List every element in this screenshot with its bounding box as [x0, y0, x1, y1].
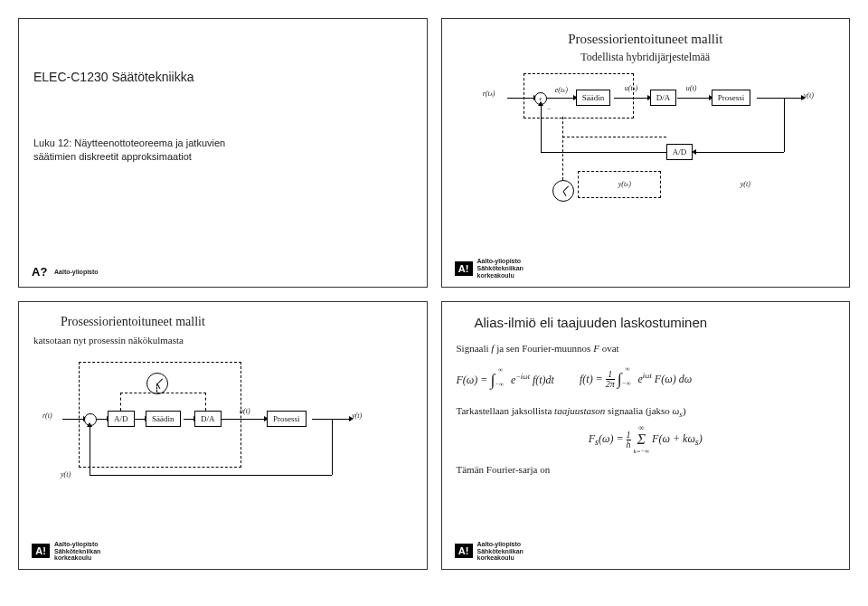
fourier-intro: Signaali f ja sen Fourier-muunnos F ovat — [457, 343, 835, 354]
eq-inverse-fourier: f(t) = 12π ∫−∞∞ eiωt F(ω) dω — [580, 368, 692, 390]
clock-icon — [552, 180, 574, 202]
label-e: e(tₖ) — [555, 86, 568, 94]
label-utk: u(tₖ) — [625, 84, 638, 92]
slide-footer: A? Aalto-yliopisto — [32, 265, 99, 279]
label-yt: y(t) — [352, 412, 362, 420]
clock-icon — [146, 373, 168, 394]
slide3-title: Prosessiorientoituneet mallit — [61, 315, 412, 329]
block-ad: A/D — [666, 144, 693, 160]
slide2-subtitle: Todellista hybridijärjestelmää — [457, 51, 835, 64]
periodic-note: Tarkastellaan jaksollista taajuustason s… — [457, 405, 835, 419]
block-da: D/A — [650, 90, 677, 106]
slide-4: Alias-ilmiö eli taajuuden laskostuminen … — [441, 301, 851, 571]
slide3-subtitle: katsotaan nyt prosessin näkökulmasta — [33, 335, 412, 346]
aalto-logo-question: A? — [32, 265, 50, 279]
footer-university: Aalto-yliopisto — [54, 269, 99, 276]
block-controller: Säädin — [146, 411, 181, 427]
fourier-series-note: Tämän Fourier-sarja on — [457, 464, 835, 475]
aalto-logo-icon: A! — [32, 544, 50, 558]
block-process: Prosessi — [267, 411, 307, 427]
slide-3: Prosessiorientoituneet mallit katsotaan … — [18, 301, 428, 571]
label-r: r(tₖ) — [483, 90, 495, 98]
slide4-footer: A! Aalto-yliopisto Sähkötekniikan korkea… — [455, 541, 524, 562]
block-controller: Säädin — [576, 90, 611, 106]
label-ut: u(t) — [686, 84, 697, 92]
aalto-logo-icon: A! — [455, 261, 473, 276]
aalto-logo-icon: A! — [455, 544, 473, 558]
slide-1: ELEC-C1230 Säätötekniikka Luku 12: Näytt… — [18, 18, 428, 288]
process-view-diagram: r(t) A/D Säädin D/A u(t) Prosessi y(t) — [42, 362, 368, 497]
block-ad: A/D — [108, 411, 135, 427]
course-desc: Luku 12: Näytteenottoteoreema ja jatkuvi… — [33, 137, 412, 165]
hybrid-system-diagram: r(tₖ) + − e(tₖ) Säädin u(tₖ) D/A u(t) Pr… — [469, 73, 822, 227]
slide2-footer: A! Aalto-yliopisto Sähkötekniikan korkea… — [455, 258, 524, 279]
slide4-title: Alias-ilmiö eli taajuuden laskostuminen — [475, 315, 835, 330]
label-yt-fb: y(t) — [61, 470, 71, 478]
label-yt: y(t) — [804, 91, 814, 99]
label-r: r(t) — [42, 412, 52, 420]
label-ut: u(t) — [240, 407, 250, 415]
block-da: D/A — [194, 411, 222, 427]
slide2-title: Prosessiorientoituneet mallit — [457, 32, 835, 47]
eq-sampled-spectrum: Fs(ω) = 1h ∞Σk=−∞ F(ω + kωs) — [457, 424, 835, 455]
block-process: Prosessi — [712, 90, 751, 106]
eq-forward-fourier: F(ω) = ∫−∞∞ e−iωt f(t)dt — [457, 369, 554, 388]
dashed-discrete-fb — [578, 171, 661, 198]
course-code: ELEC-C1230 Säätötekniikka — [33, 68, 412, 87]
label-yt-fb: y(t) — [741, 180, 750, 188]
slide-2: Prosessiorientoituneet mallit Todellista… — [441, 18, 851, 288]
fourier-pair: F(ω) = ∫−∞∞ e−iωt f(t)dt f(t) = 12π ∫−∞∞… — [457, 359, 835, 399]
slide3-footer: A! Aalto-yliopisto Sähkötekniikan korkea… — [32, 541, 100, 562]
